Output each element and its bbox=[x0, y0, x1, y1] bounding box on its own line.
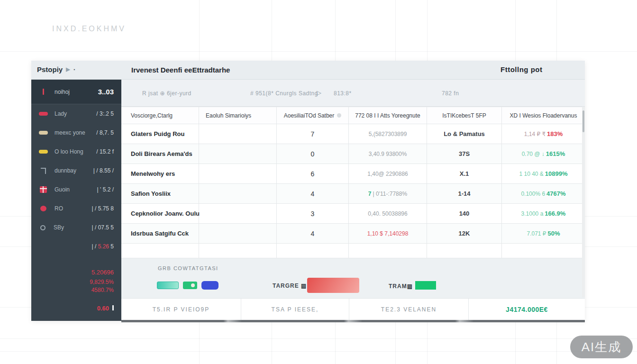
tab-bar: R jsat ⊕ 6jer-yurd # 951(8* Cnurgls Sadt… bbox=[121, 80, 585, 107]
sidebar-item-dunnbay[interactable]: dunnbay | / 8.55 / bbox=[31, 161, 121, 180]
play-icon[interactable]: ▶ bbox=[66, 66, 70, 73]
sidebar-item-lady[interactable]: Lady / 3:.2 5 bbox=[31, 104, 121, 123]
column-header[interactable]: IsTIKcebesT 5FP bbox=[427, 107, 502, 124]
blue-chip bbox=[201, 281, 218, 290]
vertical-scrollbar[interactable] bbox=[582, 107, 585, 297]
table-row[interactable]: Doli Birears Aema'ds 0 3,40.9 93800% 37S… bbox=[121, 144, 585, 164]
scrollbar-thumb[interactable] bbox=[582, 110, 584, 132]
sidebar-item-guoin[interactable]: Guoin | ' 5.2 / bbox=[31, 180, 121, 199]
data-table: Vosciorge,Ctarlg Eaoluh Simarioiys Aoesi… bbox=[121, 107, 585, 258]
row-ref: 12K bbox=[427, 224, 502, 244]
red-dot-icon bbox=[40, 206, 46, 211]
column-header[interactable]: Eaoluh Simarioiys bbox=[199, 107, 277, 124]
sort-icon[interactable] bbox=[337, 113, 341, 118]
green-chip bbox=[183, 282, 197, 289]
tab-filter[interactable]: R jsat ⊕ 6jer-yurd bbox=[142, 90, 191, 97]
row-sim bbox=[199, 144, 277, 164]
table-row[interactable]: Cepknolior Joanv. Oulu 3 0,40. 50038896 … bbox=[121, 204, 585, 224]
stats-label: GRB COWTATGTASI bbox=[158, 265, 218, 271]
row-sim bbox=[199, 184, 277, 204]
sidebar-item-o-loo-hong[interactable]: O loo Hong / 15.2 f bbox=[31, 142, 121, 161]
sidebar-item-value: / 15.2 f bbox=[96, 148, 114, 155]
sidebar-item-blank[interactable]: | / 5.26 5 bbox=[31, 237, 121, 256]
row-name: Safion Yosliix bbox=[121, 184, 199, 204]
bracket-icon bbox=[41, 168, 46, 174]
sidebar-item-label: Lady bbox=[55, 110, 91, 117]
row-metric: 3,40.9 93800% bbox=[349, 144, 427, 164]
row-metric: 1,40@ 2290886 bbox=[349, 164, 427, 184]
stats-band: GRB COWTATGTASI TARGRE ▨ TRAM▨ bbox=[121, 258, 585, 299]
footer-cell: TE2.3 VELANEN bbox=[349, 299, 468, 320]
red-pill-icon bbox=[39, 112, 48, 116]
footer-row: T5.IR P VIEIO9P TSA P IEESE, TE2.3 VELAN… bbox=[121, 299, 585, 320]
teal-chip bbox=[157, 282, 179, 289]
sidebar-red-stats: 5.20696 9,829.5% 4580.7% bbox=[31, 268, 121, 294]
sidebar-last-stat: 0.60 bbox=[31, 305, 121, 312]
row-name: Menelwohy ers bbox=[121, 164, 199, 184]
horizontal-scrollbar[interactable] bbox=[121, 320, 585, 322]
tram-bar bbox=[415, 281, 436, 290]
table-row[interactable]: Safion Yosliix 4 7| 0'11-:7788% 1-14 0.1… bbox=[121, 184, 585, 204]
column-header[interactable]: XD I Wesios Floadervanus bbox=[502, 107, 585, 124]
row-metric: 1,10 $ 7,140298 bbox=[349, 224, 427, 244]
sidebar-item-label: noihoj bbox=[55, 89, 93, 95]
ring-icon bbox=[40, 225, 46, 230]
sidebar-item-value: | / 8.55 / bbox=[93, 167, 114, 174]
row-name: Doli Birears Aema'ds bbox=[121, 144, 199, 164]
row-pct: 7.071 ₽50% bbox=[502, 224, 585, 244]
row-metric: 5,(5827303899 bbox=[349, 124, 427, 144]
row-ref: 1-14 bbox=[427, 184, 502, 204]
sidebar-item-meexc-yone[interactable]: meexc yone / 8,7. 5 bbox=[31, 123, 121, 142]
row-count: 4 bbox=[277, 224, 349, 244]
target-label: TARGRE ▨ bbox=[273, 282, 307, 289]
play-outline-icon[interactable]: ▷ bbox=[317, 89, 322, 96]
row-count: 6 bbox=[277, 164, 349, 184]
row-name: Idsrbua Satgifu Cck bbox=[121, 224, 199, 244]
row-count: 3 bbox=[277, 204, 349, 224]
row-ref: Lo & Pamatus bbox=[427, 124, 502, 144]
column-header[interactable]: 772 08 I I Atts Yoreegnute bbox=[349, 107, 427, 124]
table-row-empty bbox=[121, 244, 585, 258]
row-pct: 3.1000 a166.9% bbox=[502, 204, 585, 224]
row-pct: 0.70 @ ↓1615% bbox=[502, 144, 585, 164]
table-row[interactable]: Menelwohy ers 6 1,40@ 2290886 X.1 1 10 4… bbox=[121, 164, 585, 184]
tab-settings[interactable]: # 951(8* Cnurgls Sadtng bbox=[250, 90, 318, 97]
window-right-title: Fttollng pot bbox=[500, 65, 542, 73]
stat-line: 5.20696 bbox=[31, 268, 114, 276]
sidebar: noihoj 3..03 Lady / 3:.2 5 meexc yone / … bbox=[31, 80, 121, 321]
sidebar-item-label: dunnbay bbox=[55, 167, 89, 174]
sidebar-item-value: / 3:.2 5 bbox=[96, 110, 114, 117]
table-row[interactable]: Glaters Puidg Rou 7 5,(5827303899 Lo & P… bbox=[121, 124, 585, 144]
red-bar-icon bbox=[43, 89, 44, 95]
sidebar-item-value: | / 07.5 5 bbox=[92, 224, 114, 231]
sidebar-item-label: meexc yone bbox=[55, 129, 91, 136]
sidebar-item-label: Guoin bbox=[55, 186, 92, 193]
row-count: 4 bbox=[277, 184, 349, 204]
row-sim bbox=[199, 124, 277, 144]
document-title: Irvenest Deenfi eeEttradtarhe bbox=[131, 66, 230, 74]
row-sim bbox=[199, 204, 277, 224]
footer-cell: T5.IR P VIEIO9P bbox=[121, 299, 241, 320]
row-metric: 7| 0'11-:7788% bbox=[349, 184, 427, 204]
sidebar-item-ro[interactable]: RO | / 5.75 8 bbox=[31, 199, 121, 218]
app-title: Pstopiy bbox=[37, 65, 63, 73]
column-header[interactable]: AoesiliaiTOd Satber bbox=[277, 107, 349, 124]
sidebar-item-noihoj[interactable]: noihoj 3..03 bbox=[31, 80, 121, 104]
row-pct: 1,14 ₽ ₹183% bbox=[502, 124, 585, 144]
main-content: R jsat ⊕ 6jer-yurd # 951(8* Cnurgls Sadt… bbox=[121, 80, 585, 321]
cursor-bar bbox=[112, 305, 114, 310]
sidebar-item-value: / 8,7. 5 bbox=[96, 129, 114, 136]
menu-dot-icon[interactable]: · bbox=[73, 65, 76, 73]
tab-counter[interactable]: 813:8* bbox=[334, 90, 352, 97]
sidebar-item-sby[interactable]: SBy | / 07.5 5 bbox=[31, 218, 121, 237]
grid-line bbox=[0, 351, 637, 352]
tram-label: TRAM▨ bbox=[389, 283, 413, 290]
tan-pill-icon bbox=[39, 131, 48, 135]
sidebar-item-value: | ' 5.2 / bbox=[97, 186, 114, 193]
row-ref: 37S bbox=[427, 144, 502, 164]
column-header[interactable]: Vosciorge,Ctarlg bbox=[121, 107, 199, 124]
row-pct: 1 10 40 &10899% bbox=[502, 164, 585, 184]
sidebar-item-value: | / 5.75 8 bbox=[92, 205, 114, 212]
table-row[interactable]: Idsrbua Satgifu Cck 4 1,10 $ 7,140298 12… bbox=[121, 224, 585, 244]
sidebar-item-value: 3..03 bbox=[98, 88, 114, 96]
